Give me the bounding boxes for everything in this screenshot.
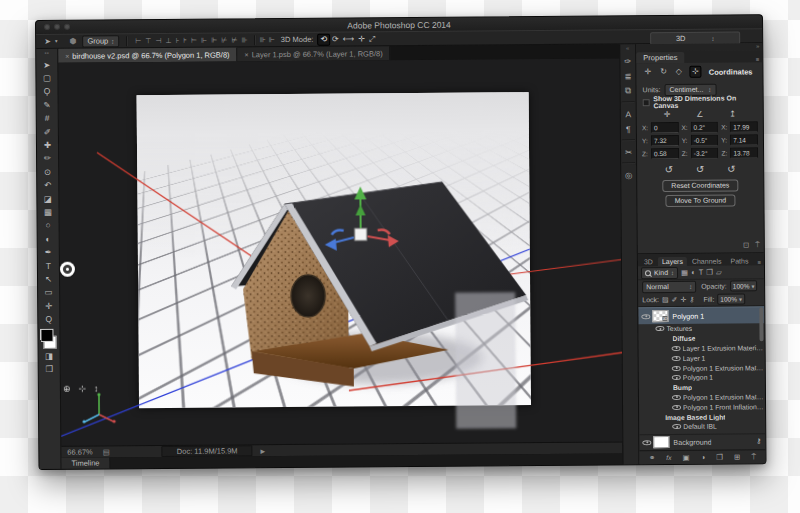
dodge-tool[interactable]: ◐ bbox=[40, 232, 56, 246]
adjustment-layer-icon[interactable]: ◑ bbox=[701, 453, 706, 462]
distribute-bottom-edges-icon[interactable]: ⊫ bbox=[211, 37, 217, 44]
history-brush-tool[interactable]: ↶ bbox=[40, 178, 56, 192]
show-3d-dimensions-checkbox[interactable] bbox=[643, 99, 650, 106]
tab-channels[interactable]: Channels bbox=[688, 257, 726, 266]
layer-name[interactable]: Layer 1 bbox=[683, 355, 706, 362]
layer-name[interactable]: Polygon 1 bbox=[683, 374, 713, 381]
distribute-widths-icon[interactable]: ⊪ bbox=[260, 36, 266, 43]
clone-source-panel-icon[interactable]: ✂ bbox=[621, 144, 636, 159]
distribute-vertical-centers-icon[interactable]: ⊩ bbox=[201, 37, 207, 44]
paragraph-panel-icon[interactable]: ¶ bbox=[621, 121, 636, 136]
layer-name[interactable]: Polygon 1 bbox=[672, 311, 704, 320]
distribute-horizontal-centers-icon[interactable]: ⊭ bbox=[231, 36, 237, 43]
quick-selection-tool[interactable]: ✎ bbox=[39, 98, 55, 112]
layer-name[interactable]: Layer 1 Extrusion Material - D... bbox=[683, 344, 765, 352]
document-tab-layer1[interactable]: × Layer 1.psb @ 66.7% (Layer 1, RGB/8) bbox=[238, 46, 391, 61]
delete-layer-icon[interactable]: ⍑ bbox=[751, 452, 756, 462]
position-x-field[interactable]: 0 bbox=[651, 122, 679, 133]
lasso-tool[interactable]: Ϙ bbox=[39, 85, 55, 99]
toggle-overlay-icon[interactable]: ⊡ bbox=[743, 240, 749, 250]
distribute-left-edges-icon[interactable]: ⊬ bbox=[221, 36, 227, 43]
layer-comps-panel-icon[interactable]: ⧉ bbox=[621, 83, 636, 98]
visibility-eye-icon[interactable] bbox=[672, 344, 681, 353]
rotation-x-field[interactable]: 0.2° bbox=[690, 122, 718, 133]
mini-bridge-panel-icon[interactable]: ◎ bbox=[621, 167, 636, 182]
layer-name[interactable]: Background bbox=[673, 437, 711, 446]
healing-brush-tool[interactable]: ✚ bbox=[39, 138, 55, 152]
units-dropdown[interactable]: Centimet... ↕ bbox=[664, 83, 716, 95]
align-bottom-edges-icon[interactable]: ⊧ bbox=[183, 37, 187, 44]
type-tool[interactable]: T bbox=[40, 259, 56, 273]
close-tab-icon[interactable]: × bbox=[245, 51, 249, 58]
distribute-right-edges-icon[interactable]: ⊪ bbox=[241, 36, 247, 43]
scale-x-field[interactable]: 17.99 bbox=[730, 121, 758, 132]
layer-thumbnail[interactable] bbox=[653, 436, 669, 448]
shape-tool[interactable]: ▭ bbox=[41, 285, 57, 299]
auto-select-group-dropdown[interactable]: Group ↕ bbox=[82, 35, 119, 47]
3d-rotate-mode-icon[interactable]: ⟲ bbox=[317, 33, 330, 45]
layer-row-default-ibl[interactable]: Default IBL bbox=[639, 421, 765, 432]
move-to-ground-button[interactable]: Move To Ground bbox=[666, 195, 736, 208]
visibility-eye-icon[interactable] bbox=[641, 312, 650, 321]
gradient-tool[interactable]: ▦ bbox=[40, 205, 56, 219]
distribute-heights-icon[interactable]: ⊩ bbox=[269, 36, 275, 43]
character-panel-icon[interactable]: A bbox=[621, 106, 636, 121]
layers-scrollbar[interactable] bbox=[759, 307, 763, 341]
status-menu-arrow-icon[interactable]: ▶ bbox=[261, 447, 266, 454]
mesh-view-icon[interactable]: ✛ bbox=[642, 67, 653, 77]
tab-layers[interactable]: Layers bbox=[658, 257, 687, 266]
eyedropper-tool[interactable]: ✐ bbox=[39, 125, 55, 139]
pan-camera-icon[interactable]: ⊹ bbox=[78, 384, 86, 394]
filter-kind-dropdown[interactable]: Kind ↕ bbox=[641, 266, 678, 278]
visibility-eye-icon[interactable] bbox=[672, 364, 681, 373]
eraser-tool[interactable]: ◪ bbox=[40, 192, 56, 206]
rotation-z-field[interactable]: -3.2° bbox=[691, 148, 719, 159]
auto-select-icon[interactable]: ⬢ bbox=[69, 37, 76, 45]
tool-preset-caret-icon[interactable]: ▾ bbox=[55, 39, 58, 44]
3d-drag-mode-icon[interactable]: ⟷ bbox=[341, 34, 357, 44]
screen-mode-button[interactable]: ❒ bbox=[41, 362, 57, 376]
foreground-color-swatch[interactable] bbox=[41, 329, 54, 342]
layer-row-background[interactable]: Background ⚷ bbox=[639, 433, 765, 450]
toolbar-grip[interactable]: ▪▪ bbox=[45, 49, 49, 58]
path-selection-tool[interactable]: ↖ bbox=[40, 272, 56, 286]
visibility-eye-icon[interactable] bbox=[672, 403, 681, 412]
document-tab-birdhouse[interactable]: × birdhouse v2.psd @ 66.7% (Polygon 1, R… bbox=[58, 47, 237, 62]
opacity-field[interactable]: 100% ▾ bbox=[730, 280, 758, 291]
align-right-edges-icon[interactable]: ⊣ bbox=[155, 37, 161, 44]
blend-mode-dropdown[interactable]: Normal ↕ bbox=[642, 280, 696, 292]
scale-y-field[interactable]: 7.14 bbox=[730, 134, 758, 145]
filter-adjustment-layers-icon[interactable]: ◐ bbox=[691, 268, 696, 277]
layer-name[interactable]: Textures bbox=[666, 325, 692, 332]
3d-roll-mode-icon[interactable]: ⟳ bbox=[330, 34, 341, 44]
layer-name[interactable]: Polygon 1 Extrusion Material ... bbox=[683, 364, 765, 372]
align-vertical-centers-icon[interactable]: ⊦ bbox=[176, 37, 180, 44]
pen-tool[interactable]: ✒ bbox=[40, 245, 56, 259]
3d-scale-mode-icon[interactable]: ⤢ bbox=[367, 34, 377, 44]
position-y-field[interactable]: 7.32 bbox=[651, 135, 679, 146]
crop-tool[interactable]: # bbox=[39, 111, 55, 125]
reset-position-icon[interactable]: ↺ bbox=[665, 164, 673, 174]
scale-z-field[interactable]: 13.78 bbox=[730, 147, 758, 158]
move-tool[interactable]: ➤ bbox=[39, 58, 55, 72]
reset-rotation-icon[interactable]: ↺ bbox=[696, 164, 704, 174]
layer-style-icon[interactable]: fx bbox=[666, 454, 671, 461]
position-z-field[interactable]: 0.58 bbox=[651, 148, 679, 159]
tool-presets-panel-icon[interactable]: ≣ bbox=[620, 68, 635, 83]
filter-smart-objects-icon[interactable]: ▱ bbox=[716, 268, 722, 277]
delete-icon[interactable]: ⍑ bbox=[755, 240, 760, 250]
align-horizontal-centers-icon[interactable]: ⊤ bbox=[145, 37, 151, 44]
link-layers-icon[interactable]: ⚭ bbox=[649, 453, 655, 462]
filter-shape-layers-icon[interactable]: ❒ bbox=[706, 268, 713, 277]
layer-name[interactable]: Polygon 1 Extrusion Material ... bbox=[683, 393, 765, 401]
brush-tool[interactable]: ✏ bbox=[39, 152, 55, 166]
new-group-icon[interactable]: ❒ bbox=[716, 453, 723, 462]
dolly-camera-icon[interactable]: ↕ bbox=[94, 384, 99, 394]
visibility-eye-icon[interactable] bbox=[672, 354, 681, 363]
add-layer-mask-icon[interactable]: ▣ bbox=[682, 453, 689, 462]
lock-transparent-pixels-icon[interactable]: ▨ bbox=[662, 296, 669, 304]
orbit-camera-icon[interactable]: ⊕ bbox=[63, 384, 71, 394]
move-tool-preset-icon[interactable]: ➤ bbox=[44, 37, 51, 45]
tab-paths[interactable]: Paths bbox=[726, 256, 752, 265]
lock-image-pixels-icon[interactable]: ✐ bbox=[672, 295, 678, 303]
